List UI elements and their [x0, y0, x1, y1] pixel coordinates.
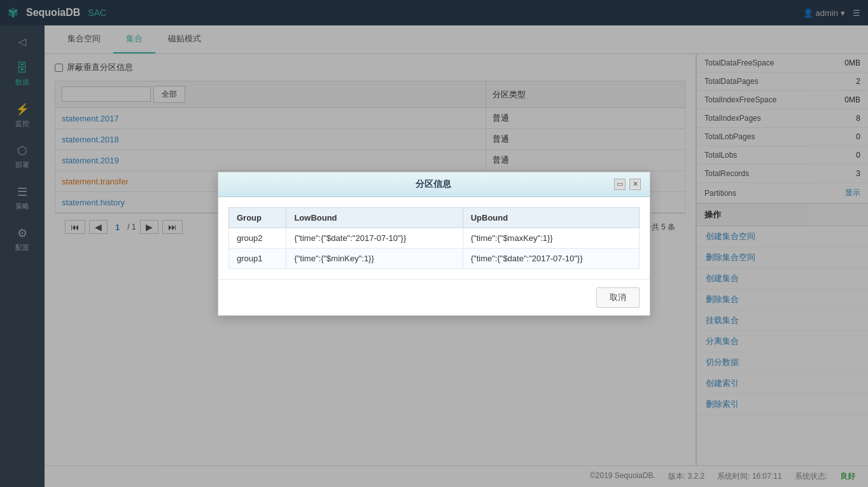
modal-cell-lowbound: {"time":{"$minKey":1}}: [286, 248, 463, 268]
modal-cell-group: group2: [229, 228, 286, 248]
modal-cell-group: group1: [229, 248, 286, 268]
modal-col-lowbound: LowBound: [286, 207, 463, 228]
modal-dialog: 分区信息 ▭ ✕ Group LowBound UpBound group2{"…: [218, 172, 650, 316]
modal-cell-lowbound: {"time":{"$date":"2017-07-10"}}: [286, 228, 463, 248]
modal-header: 分区信息 ▭ ✕: [218, 172, 650, 197]
modal-close-btn[interactable]: ✕: [629, 179, 641, 190]
modal-table-row: group1{"time":{"$minKey":1}}{"time":{"$d…: [229, 248, 640, 268]
modal-cell-upbound: {"time":{"$date":"2017-07-10"}}: [463, 248, 639, 268]
modal-footer: 取消: [218, 279, 650, 315]
modal-col-group: Group: [229, 207, 286, 228]
modal-cell-upbound: {"time":{"$maxKey":1}}: [463, 228, 639, 248]
modal-table: Group LowBound UpBound group2{"time":{"$…: [228, 207, 640, 269]
cancel-button[interactable]: 取消: [596, 287, 640, 308]
modal-col-upbound: UpBound: [463, 207, 639, 228]
modal-controls: ▭ ✕: [614, 179, 641, 190]
modal-title: 分区信息: [253, 179, 614, 190]
modal-body: Group LowBound UpBound group2{"time":{"$…: [218, 197, 650, 279]
modal-minimize-btn[interactable]: ▭: [614, 179, 626, 190]
modal-overlay[interactable]: 分区信息 ▭ ✕ Group LowBound UpBound group2{"…: [0, 0, 868, 487]
modal-table-row: group2{"time":{"$date":"2017-07-10"}}{"t…: [229, 228, 640, 248]
